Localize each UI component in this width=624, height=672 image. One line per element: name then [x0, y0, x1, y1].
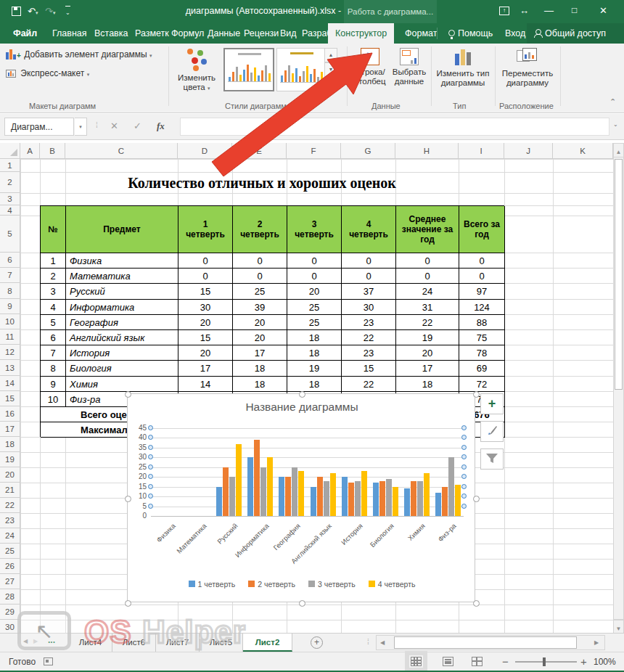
table-cell[interactable]: 0 [459, 253, 505, 269]
row-header-5[interactable]: 5 [0, 216, 20, 253]
hscroll-left-icon[interactable]: ◀ [380, 636, 385, 650]
table-cell[interactable]: 15 [178, 284, 233, 300]
row-header-3[interactable]: 3 [0, 193, 20, 205]
name-box[interactable]: Диаграм... [4, 118, 74, 136]
maximize-icon[interactable]: □ [572, 5, 577, 15]
table-cell[interactable]: Физика [66, 253, 178, 269]
quick-layout-button[interactable]: Экспресс-макет ▾ [6, 68, 89, 78]
table-cell[interactable]: 24 [396, 284, 459, 300]
table-cell[interactable]: Химия [66, 377, 178, 392]
table-cell[interactable]: 23 [342, 315, 396, 330]
table-cell[interactable]: 8 [41, 361, 66, 377]
table-cell[interactable]: Информатика [66, 300, 178, 315]
row-header-29[interactable]: 29 [0, 605, 20, 620]
collapse-ribbon-icon[interactable]: ⌃ [609, 97, 616, 107]
sheet-tab-Лист7[interactable]: Лист7 [156, 634, 200, 652]
undo-icon[interactable]: ↶▾ [28, 6, 38, 18]
gallery-scroll-down-icon[interactable]: ▼ [324, 62, 337, 77]
row-header-20[interactable]: 20 [0, 467, 20, 483]
table-cell[interactable]: 18 [287, 377, 342, 392]
minimize-icon[interactable]: — [544, 5, 554, 16]
table-cell[interactable]: 18 [287, 345, 342, 361]
hscroll-right-icon[interactable]: ▶ [594, 636, 599, 650]
row-header-19[interactable]: 19 [0, 452, 20, 467]
add-chart-element-button[interactable]: + Добавить элемент диаграммы ▾ [6, 49, 152, 60]
sheet-nav-right-icon[interactable]: ▶ [33, 638, 38, 644]
table-cell[interactable]: 25 [287, 315, 342, 330]
zoom-level-label[interactable]: 100% [594, 657, 616, 667]
table-cell[interactable]: 23 [342, 345, 396, 361]
table-cell[interactable]: 124 [459, 300, 505, 315]
table-cell[interactable]: 37 [342, 284, 396, 300]
table-header-cell[interactable]: Всего за год [459, 206, 505, 253]
select-data-button[interactable]: Выбрать данные [390, 48, 428, 86]
fullscreen-icon[interactable]: ↔ [520, 5, 529, 16]
row-header-7[interactable]: 7 [0, 268, 20, 283]
new-sheet-icon[interactable]: + [311, 636, 323, 649]
table-cell[interactable]: 88 [459, 315, 505, 330]
row-header-22[interactable]: 22 [0, 498, 20, 513]
row-header-27[interactable]: 27 [0, 574, 20, 589]
sheet-tab-Лист6[interactable]: Лист6 [112, 634, 156, 652]
chart-tools-context-tab[interactable]: Работа с диаграмма... [344, 0, 437, 23]
table-cell[interactable]: 22 [342, 377, 396, 392]
zoom-slider-thumb[interactable] [543, 657, 546, 666]
table-cell[interactable]: 22 [342, 330, 396, 345]
vscroll-thumb[interactable] [615, 159, 623, 390]
table-cell[interactable]: 0 [233, 253, 287, 269]
insert-function-icon[interactable]: fx [157, 120, 165, 132]
table-cell[interactable]: 17 [396, 361, 459, 377]
table-cell[interactable]: 25 [233, 284, 287, 300]
table-cell[interactable]: 97 [459, 284, 505, 300]
share-button[interactable]: Общий доступ [527, 23, 624, 44]
change-chart-type-button[interactable]: Изменить тип диаграммы [435, 48, 490, 88]
table-cell[interactable]: 31 [396, 300, 459, 315]
table-cell[interactable]: Математика [66, 269, 178, 284]
row-header-30[interactable]: 30 [0, 620, 20, 633]
table-cell[interactable]: 0 [287, 269, 342, 284]
chart-selection-handle[interactable] [299, 600, 305, 607]
table-header-cell[interactable]: 1четверть [178, 206, 233, 253]
table-cell[interactable]: 14 [178, 377, 233, 392]
ribbon-tab-help[interactable]: Помощь [441, 23, 500, 44]
table-cell[interactable]: 20 [178, 345, 233, 361]
row-header-24[interactable]: 24 [0, 528, 20, 544]
chart-filters-button[interactable] [480, 448, 504, 470]
table-cell[interactable]: 2 [41, 269, 66, 284]
table-cell[interactable]: 3 [41, 284, 66, 300]
zoom-out-icon[interactable]: − [502, 655, 509, 668]
column-header-B[interactable]: B [40, 143, 65, 159]
table-cell[interactable]: 75 [459, 330, 505, 345]
embedded-chart[interactable]: Название диаграммы051015202530354045Физи… [127, 393, 475, 602]
save-icon[interactable] [12, 7, 21, 16]
table-header-cell[interactable]: Среднее значение за год [396, 206, 459, 253]
table-cell[interactable]: 30 [342, 300, 396, 315]
table-cell[interactable]: 39 [233, 300, 287, 315]
change-colors-button[interactable]: Изменить цвета ▾ [174, 48, 219, 93]
column-header-C[interactable]: C [65, 143, 178, 159]
name-box-dropdown-icon[interactable]: ▾ [75, 118, 87, 136]
normal-view-icon[interactable] [411, 657, 422, 666]
table-cell[interactable]: 0 [178, 253, 233, 269]
expand-formula-bar-icon[interactable]: ⌄ [613, 121, 618, 128]
sheet-tab-Лист5[interactable]: Лист5 [200, 634, 243, 652]
row-header-16[interactable]: 16 [0, 406, 20, 422]
row-header-25[interactable]: 25 [0, 544, 20, 559]
table-cell[interactable]: 15 [178, 330, 233, 345]
table-cell[interactable]: 7 [41, 345, 66, 361]
table-cell[interactable]: 1 [41, 253, 66, 269]
vscroll-up-icon[interactable]: ▲ [613, 143, 624, 157]
ribbon-display-options-icon[interactable]: ↑ [499, 7, 509, 15]
table-cell[interactable]: История [66, 345, 178, 361]
page-break-view-icon[interactable] [472, 657, 483, 666]
chart-selection-handle[interactable] [473, 496, 480, 502]
row-header-17[interactable]: 17 [0, 422, 20, 437]
ribbon-tab-10[interactable]: Конструктор [328, 23, 394, 44]
table-cell[interactable]: 20 [178, 315, 233, 330]
table-cell[interactable]: Биология [66, 361, 178, 377]
gallery-scroll-up-icon[interactable]: ▲ [324, 48, 337, 62]
table-header-cell[interactable]: 2четверть [233, 206, 287, 253]
table-cell[interactable]: 18 [233, 377, 287, 392]
chart-style-1-thumbnail[interactable] [223, 48, 274, 91]
vscroll-down-icon[interactable]: ▼ [613, 620, 624, 634]
